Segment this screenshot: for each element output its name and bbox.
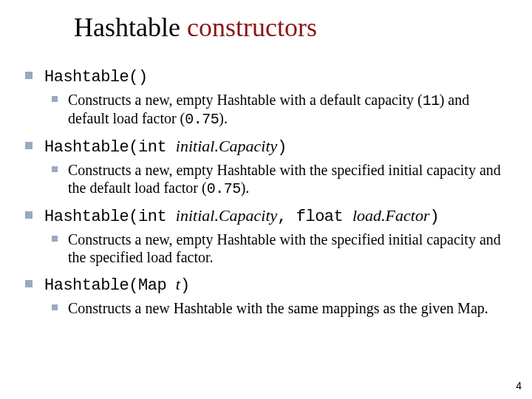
desc-text: Constructs a new, empty Hashtable with t… (68, 162, 501, 196)
constructor-1-desc: Constructs a new, empty Hashtable with t… (25, 162, 511, 197)
desc-text: Constructs a new, empty Hashtable with a… (68, 92, 423, 108)
desc-text: ). (219, 110, 228, 126)
signature-text: , float (277, 208, 352, 226)
desc-text: Constructs a new, empty Hashtable with t… (68, 231, 501, 265)
signature-arg: initial.Capacity (176, 137, 278, 155)
constructor-3: Hashtable(Map t) (25, 275, 511, 296)
title-word-2: constructors (187, 13, 317, 42)
slide-title: Hashtable constructors (74, 13, 317, 43)
literal-value: 11 (423, 92, 440, 109)
signature-text: ) (277, 138, 287, 157)
literal-value: 0.75 (207, 180, 241, 197)
page-number: 4 (516, 380, 522, 392)
signature-text: Hashtable() (44, 68, 148, 86)
title-word-1: Hashtable (74, 13, 180, 42)
constructor-0-desc: Constructs a new, empty Hashtable with a… (25, 92, 511, 128)
constructor-2-desc: Constructs a new, empty Hashtable with t… (25, 231, 511, 266)
signature-text: ) (429, 208, 439, 226)
signature-text: Hashtable(int (44, 138, 176, 157)
square-bullet-icon (52, 96, 58, 102)
signature-arg: initial.Capacity (176, 206, 278, 225)
square-bullet-icon (52, 236, 58, 242)
signature-text: Hashtable(Map (44, 276, 176, 295)
signature-arg: load.Factor (352, 206, 430, 225)
constructor-2: Hashtable(int initial.Capacity, float lo… (25, 206, 511, 227)
constructor-0: Hashtable() (25, 66, 511, 87)
square-bullet-icon (25, 142, 33, 149)
slide-body: Hashtable() Constructs a new, empty Hash… (25, 58, 511, 318)
signature-text: Hashtable(int (44, 208, 176, 226)
constructor-3-desc: Constructs a new Hashtable with the same… (25, 300, 511, 318)
square-bullet-icon (25, 211, 33, 219)
desc-text: Constructs a new Hashtable with the same… (68, 300, 488, 316)
desc-text: ). (241, 180, 250, 196)
square-bullet-icon (25, 72, 33, 79)
literal-value: 0.75 (185, 111, 219, 128)
constructor-1: Hashtable(int initial.Capacity) (25, 137, 511, 157)
slide: Hashtable constructors Hashtable() Const… (0, 0, 532, 399)
square-bullet-icon (52, 304, 58, 310)
square-bullet-icon (52, 166, 58, 172)
signature-text: ) (180, 276, 190, 295)
square-bullet-icon (25, 280, 33, 287)
